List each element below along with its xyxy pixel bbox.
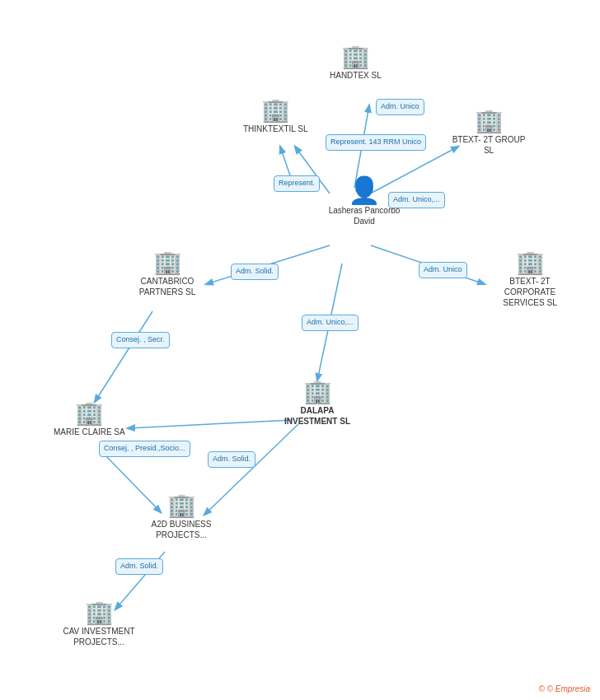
label-cantabrico: CANTABRICO PARTNERS SL — [130, 276, 204, 297]
label-thinktextil: THINKTEXTIL SL — [243, 124, 308, 134]
building-icon-btext2tgroup: 🏢 — [475, 110, 504, 133]
label-a2d: A2D BUSINESS PROJECTS... — [144, 519, 218, 540]
relation-adm-solid-cav[interactable]: Adm. Solid. — [115, 558, 163, 575]
relation-represent-143rrm[interactable]: Represent. 143 RRM Unico — [326, 134, 426, 151]
node-dalapa: 🏢 DALAPA INVESTMENT SL — [280, 380, 354, 427]
node-thinktextil: 🏢 THINKTEXTIL SL — [243, 99, 308, 134]
relation-adm-unico-btext2t[interactable]: Adm. Unico,... — [388, 192, 445, 208]
node-btext2tgroup: 🏢 BTEXT- 2T GROUP SL — [452, 110, 526, 156]
node-marieclaire: 🏢 MARIE CLAIRE SA — [54, 402, 125, 437]
label-handtex: HANDTEX SL — [330, 70, 382, 81]
building-icon-a2d: 🏢 — [167, 494, 196, 517]
diagram: 🏢 HANDTEX SL 🏢 THINKTEXTIL SL 🏢 BTEXT- 2… — [0, 0, 600, 700]
relation-adm-solid-a2d[interactable]: Adm. Solid. — [208, 451, 255, 468]
label-btext2tcorp: BTEXT- 2T CORPORATE SERVICES SL — [493, 276, 567, 308]
label-lasheras: Lasheras Pancorbo David — [327, 205, 401, 226]
node-a2d: 🏢 A2D BUSINESS PROJECTS... — [144, 494, 218, 540]
relation-consej-secr[interactable]: Consej. , Secr. — [111, 332, 170, 348]
building-icon-cantabrico: 🏢 — [153, 251, 182, 274]
node-btext2tcorp: 🏢 BTEXT- 2T CORPORATE SERVICES SL — [493, 251, 567, 308]
node-cantabrico: 🏢 CANTABRICO PARTNERS SL — [130, 251, 204, 297]
node-cav: 🏢 CAV INVESTMENT PROJECTS... — [62, 601, 136, 647]
svg-line-7 — [95, 311, 152, 402]
relation-adm-unico-btext2tcorp[interactable]: Adm. Unico — [419, 262, 467, 278]
relation-adm-solid-cantabrico[interactable]: Adm. Solid. — [231, 264, 279, 280]
node-handtex: 🏢 HANDTEX SL — [330, 45, 382, 81]
building-icon-cav: 🏢 — [85, 601, 114, 624]
relation-adm-unico-handtex[interactable]: Adm. Unico — [376, 99, 424, 115]
label-dalapa: DALAPA INVESTMENT SL — [280, 405, 354, 427]
building-icon-thinktextil: 🏢 — [261, 99, 290, 122]
relation-adm-unico-dalapa[interactable]: Adm. Unico,... — [302, 315, 359, 331]
watermark: © © Empresia — [538, 684, 590, 693]
relation-represent-thinktextil[interactable]: Represent. — [274, 175, 320, 192]
relation-consej-presid[interactable]: Consej. , Presid.,Socio... — [99, 441, 190, 457]
building-icon-dalapa: 🏢 — [303, 380, 332, 404]
label-btext2tgroup: BTEXT- 2T GROUP SL — [452, 134, 526, 156]
svg-line-8 — [128, 420, 293, 428]
person-icon-lasheras: 👤 — [348, 177, 381, 203]
building-icon-handtex: 🏢 — [341, 45, 370, 68]
building-icon-marieclaire: 🏢 — [75, 402, 104, 425]
label-marieclaire: MARIE CLAIRE SA — [54, 427, 125, 437]
building-icon-btext2tcorp: 🏢 — [516, 251, 545, 274]
label-cav: CAV INVESTMENT PROJECTS... — [62, 626, 136, 647]
svg-line-10 — [204, 424, 298, 515]
